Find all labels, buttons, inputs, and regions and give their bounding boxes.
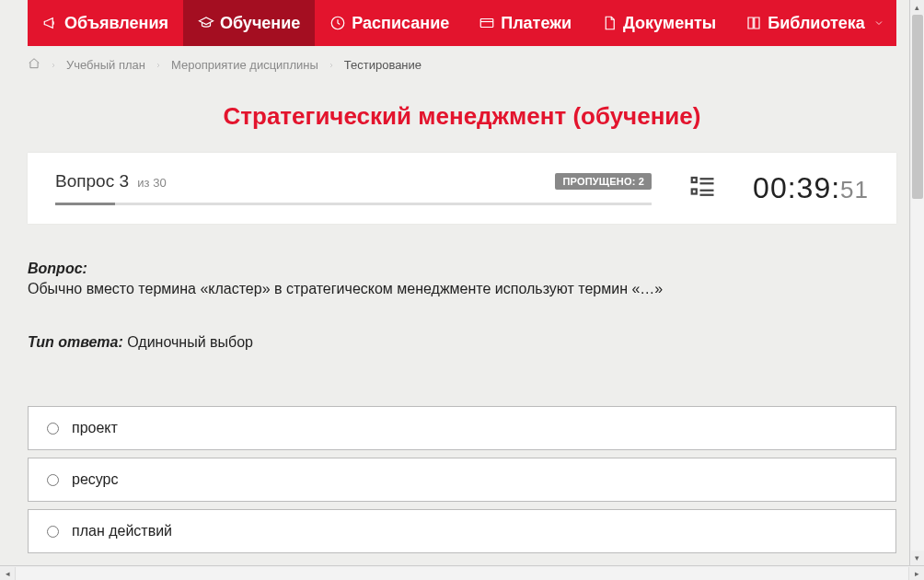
clock-icon — [329, 15, 346, 31]
svg-rect-3 — [692, 189, 697, 193]
scroll-right-arrow[interactable]: ▸ — [909, 566, 924, 581]
scroll-track[interactable] — [15, 567, 909, 580]
answer-radio[interactable] — [47, 526, 59, 538]
scroll-left-arrow[interactable]: ◂ — [0, 566, 15, 581]
megaphone-icon — [42, 15, 59, 31]
question-text: Обычно вместо термина «кластер» в страте… — [28, 281, 896, 297]
answer-type-label: Тип ответа: — [28, 334, 123, 350]
nav-label: Объявления — [64, 14, 168, 33]
skipped-badge: ПРОПУЩЕНО: 2 — [555, 173, 652, 190]
nav-learning[interactable]: Обучение — [183, 0, 315, 46]
nav-documents[interactable]: Документы — [586, 0, 731, 46]
nav-label: Библиотека — [768, 14, 865, 33]
chevron-right-icon — [328, 58, 335, 72]
nav-schedule[interactable]: Расписание — [315, 0, 464, 46]
chevron-down-icon — [871, 15, 887, 31]
breadcrumb-item-current: Тестирование — [344, 58, 422, 72]
breadcrumb-item[interactable]: Учебный план — [66, 58, 145, 72]
grad-cap-icon — [198, 15, 214, 31]
question-word: Вопрос — [55, 171, 114, 191]
scroll-down-arrow[interactable]: ▾ — [910, 551, 925, 565]
answer-option[interactable]: проект — [28, 406, 896, 450]
answer-option[interactable]: план действий — [28, 509, 896, 553]
nav-announcements[interactable]: Объявления — [28, 0, 183, 46]
progress-bar — [55, 203, 652, 205]
nav-label: Платежи — [501, 14, 572, 33]
answer-option-label: проект — [72, 420, 118, 436]
scroll-thumb[interactable] — [912, 15, 923, 199]
answer-option[interactable]: ресурс — [28, 458, 896, 502]
answer-option-label: план действий — [72, 523, 172, 539]
card-icon — [479, 15, 495, 31]
breadcrumb: Учебный план Мероприятие дисциплины Тест… — [0, 46, 924, 84]
answer-type-value: Одиночный выбор — [127, 334, 253, 350]
question-current: 3 — [119, 171, 129, 191]
answer-option-label: ресурс — [72, 471, 119, 488]
page-title: Стратегический менеджмент (обучение) — [0, 84, 924, 153]
nav-label: Расписание — [352, 14, 449, 33]
svg-rect-2 — [692, 178, 697, 182]
question-total: 30 — [153, 176, 166, 190]
nav-payments[interactable]: Платежи — [464, 0, 586, 46]
home-icon[interactable] — [28, 57, 40, 73]
answer-radio[interactable] — [47, 474, 59, 486]
of-word: из — [137, 176, 149, 190]
answer-options: проект ресурс план действий — [0, 406, 924, 565]
breadcrumb-item[interactable]: Мероприятие дисциплины — [171, 58, 318, 72]
progress-fill — [55, 203, 115, 205]
book-icon — [745, 15, 762, 31]
nav-label: Обучение — [220, 14, 300, 33]
doc-icon — [601, 15, 618, 31]
horizontal-scrollbar[interactable]: ◂ ▸ — [0, 565, 924, 580]
timer-main: 00:39: — [753, 171, 840, 204]
main-nav: Объявления Обучение Расписание Платежи Д… — [28, 0, 896, 46]
svg-rect-1 — [480, 19, 493, 28]
nav-label: Документы — [623, 14, 716, 33]
question-counter: Вопрос 3 из 30 — [55, 171, 167, 191]
scroll-up-arrow[interactable]: ▴ — [910, 0, 925, 15]
answer-radio[interactable] — [47, 423, 59, 435]
scroll-track[interactable] — [911, 15, 924, 551]
timer: 00:39:51 — [753, 171, 869, 205]
chevron-right-icon — [155, 58, 162, 72]
timer-seconds: 51 — [840, 176, 869, 203]
question-status-card: Вопрос 3 из 30 ПРОПУЩЕНО: 2 — [28, 153, 896, 224]
nav-library[interactable]: Библиотека — [731, 0, 902, 46]
question-list-icon[interactable] — [688, 173, 716, 204]
chevron-right-icon — [50, 58, 57, 72]
vertical-scrollbar[interactable]: ▴ ▾ — [909, 0, 924, 565]
question-label: Вопрос: — [28, 261, 87, 276]
